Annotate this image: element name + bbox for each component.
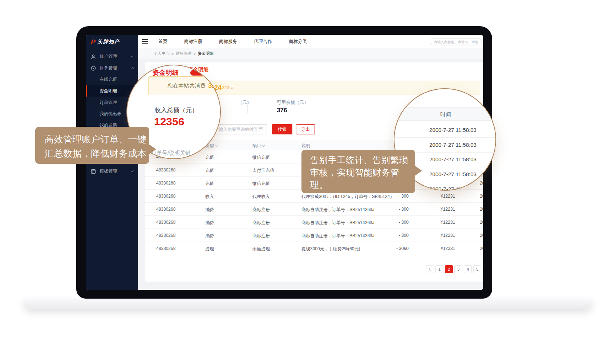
cell-time: 2000-7-27 11:58:03	[480, 233, 483, 238]
magnified-time-value: 2000-7-27 11:58:03	[429, 156, 495, 162]
sidebar-item-recharge[interactable]: 在线充值	[86, 74, 138, 85]
page-button-active[interactable]: 2	[445, 265, 453, 273]
cell-amount: - 300	[381, 220, 409, 225]
cell-project: 代理收入	[252, 194, 270, 200]
table-row: 48330268 消费 商标注册 商标自助注册，订单号：SB2514263J -…	[145, 216, 483, 229]
cell-balance: ¥12231	[425, 233, 455, 238]
svg-text:¥: ¥	[93, 66, 94, 70]
cell-amount: - 300	[381, 207, 409, 212]
cell-order: 48330268	[156, 233, 175, 238]
cell-balance: ¥12231	[425, 194, 455, 199]
sidebar-item-account[interactable]: 账户管理	[86, 51, 138, 62]
nav-home[interactable]: 首页	[158, 39, 167, 45]
callout-left: 高效管理账户订单、一键 汇总数据，降低财务成本	[35, 127, 149, 164]
chevron-down-icon	[131, 54, 134, 57]
cell-amount: + 300	[381, 194, 409, 199]
col-project-header[interactable]: 项目	[252, 143, 264, 149]
cell-order: 48330268	[156, 181, 175, 186]
cell-project: 商标注册	[252, 233, 270, 239]
breadcrumb-separator: >	[171, 52, 174, 56]
table-row: 48330268 提现 余额提现 提现3000元，手续费2%(60元) - 30…	[145, 242, 483, 255]
cell-order: 48330268	[156, 167, 175, 173]
nav-trademark-category[interactable]: 商标分类	[289, 39, 307, 45]
magnified-income-label: 收入总额（元）	[155, 106, 198, 114]
breadcrumb-item[interactable]: 财务管理	[175, 51, 191, 56]
nav-trademark-register[interactable]: 商标注册	[184, 39, 202, 45]
main-nav: 首页 商标注册 商标服务 代理合作 商标分类	[158, 35, 307, 48]
chevron-down-icon	[131, 169, 134, 172]
top-navbar: 首页 商标注册 商标服务 代理合作 商标分类	[138, 35, 483, 48]
callout-arrow	[415, 166, 427, 176]
magnified-time-value: 2000-7-27 11:58:03	[429, 127, 495, 133]
cell-time: 2000-7-27 11:58:03	[480, 181, 483, 186]
menu-hamburger-icon[interactable]	[142, 39, 148, 44]
cell-balance: ¥12231	[425, 246, 455, 251]
breadcrumb-item[interactable]: 个人中心	[154, 51, 170, 56]
cell-desc: 提现3000元，手续费2%(60元)	[301, 246, 360, 252]
cell-order: 48330268	[156, 246, 175, 251]
sidebar-item-label: 账户管理	[100, 53, 117, 60]
cell-type: 充值	[205, 154, 214, 161]
page-button[interactable]: 1	[435, 265, 443, 273]
magnified-time-value: 2000-7-27 11:58:03	[429, 142, 495, 148]
banner-amount-fraction: 820	[222, 85, 229, 90]
cell-type: 消费	[205, 220, 214, 226]
cell-type: 充值	[205, 167, 214, 174]
balance-value: 376	[277, 107, 287, 114]
cell-desc: 商标自助注册，订单号：SB2514263J	[301, 220, 374, 226]
page-button[interactable]: 4	[464, 265, 472, 273]
global-search-input[interactable]	[430, 38, 482, 45]
cell-time: 2000-7-27 11:58:03	[480, 246, 483, 251]
cell-time: 2000-7-27 11:58:03	[480, 207, 483, 212]
chevron-up-icon	[131, 67, 134, 70]
cell-project: 微信充值	[252, 154, 270, 161]
sidebar-item-templates[interactable]: 模板管理	[86, 166, 138, 177]
export-button[interactable]: 导出	[296, 124, 315, 134]
nav-trademark-service[interactable]: 商标服务	[219, 39, 237, 45]
template-icon	[91, 169, 96, 174]
brand-subtext: ·······	[94, 45, 104, 47]
callout-right: 告别手工统计、告别繁琐 审核，实现智能财务管 理。	[301, 150, 415, 193]
cell-type: 消费	[205, 207, 214, 213]
cell-balance: ¥12231	[425, 220, 455, 225]
cell-project: 商标注册	[252, 207, 270, 213]
banner-unit: 元	[230, 85, 234, 90]
sidebar-item-finance[interactable]: ¥ 财务管理	[86, 62, 138, 74]
breadcrumb-separator: >	[193, 52, 195, 56]
finance-icon: ¥	[91, 66, 96, 71]
sidebar-item-label: 模板管理	[100, 168, 117, 174]
breadcrumb-current: 资金明细	[198, 51, 214, 56]
table-row: 48330268 消费 商标注册 商标自助注册，订单号：SB2514263J -…	[145, 203, 483, 216]
callout-arrow	[149, 144, 161, 154]
cell-desc: 商标自助注册，订单号：SB2514263J	[301, 207, 374, 213]
cell-type: 提现	[205, 246, 214, 252]
cell-project: 支付宝充值	[252, 167, 274, 174]
col-desc-header: 说明	[301, 143, 310, 149]
laptop-base	[23, 299, 593, 309]
search-button[interactable]: 搜索	[272, 124, 292, 134]
magnified-time-header: 时间	[394, 107, 496, 121]
sidebar-item-label: 财务管理	[100, 65, 117, 71]
user-icon	[91, 54, 96, 59]
cell-order: 48330268	[156, 220, 175, 225]
cell-project: 余额提现	[252, 246, 270, 252]
magnified-page-title: 资金明细	[153, 68, 179, 77]
cell-desc: 商标自助注册，订单号：SB2514263J	[301, 233, 374, 239]
cell-project: 商标注册	[252, 220, 270, 226]
nav-agency[interactable]: 代理合作	[254, 39, 272, 45]
stat-divider	[272, 100, 272, 113]
cell-order: 48330268	[156, 194, 175, 199]
cell-order: 48330268	[156, 207, 175, 212]
cell-type: 收入	[205, 194, 214, 200]
cell-type: 充值	[205, 181, 214, 187]
prev-page-button[interactable]	[426, 265, 434, 273]
page-button[interactable]: 5	[473, 265, 481, 273]
cell-desc: 代理提成300元（ID:1245，订单号：SB45124）	[301, 194, 394, 200]
sort-icon	[215, 144, 218, 147]
pagination: 1 2 3 4 5	[426, 265, 481, 273]
cell-type: 消费	[205, 233, 214, 239]
calendar-icon[interactable]	[259, 127, 263, 131]
chevron-left-icon	[429, 268, 432, 271]
page-button[interactable]: 3	[454, 265, 462, 273]
breadcrumb: 个人中心 > 财务管理 > 资金明细	[138, 48, 483, 59]
